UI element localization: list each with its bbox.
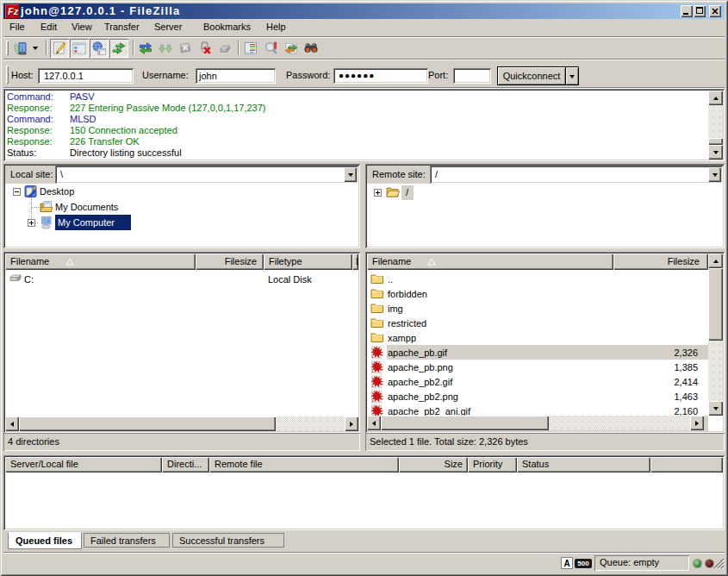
svg-text:Fz: Fz <box>8 6 19 16</box>
